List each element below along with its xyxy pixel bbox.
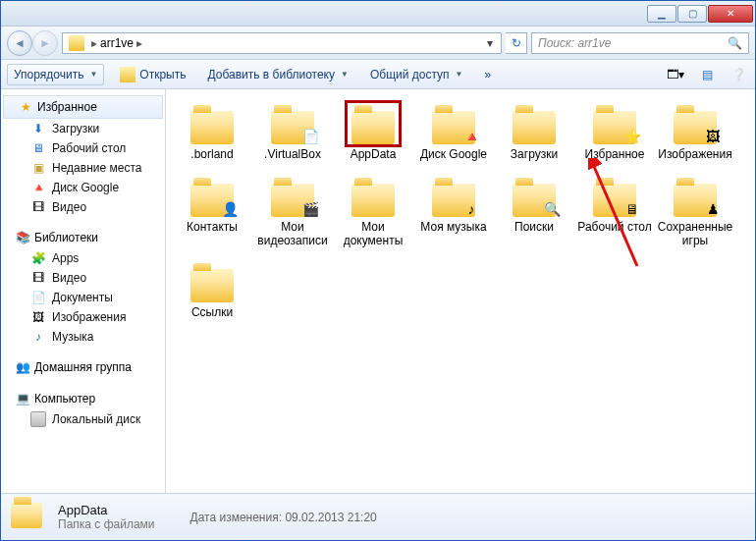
search-icon: 🔍 <box>728 36 742 50</box>
documents-icon: 📄 <box>30 290 46 305</box>
organize-button[interactable]: Упорядочить▼ <box>7 64 104 85</box>
music-icon: ♪ <box>30 329 46 345</box>
folder-label: Загрузки <box>511 148 558 162</box>
burn-button[interactable]: » <box>478 65 497 84</box>
sidebar-computer-header[interactable]: 💻 Компьютер <box>1 388 165 409</box>
folder-item[interactable]: 🎬Мои видеозаписи <box>252 172 333 252</box>
folder-item[interactable]: 📄.VirtualBox <box>252 99 333 166</box>
sidebar-item-lib-video[interactable]: 🎞Видео <box>1 268 165 288</box>
folder-label: Контакты <box>187 221 238 235</box>
image-icon: 🖼 <box>703 127 723 146</box>
search-icon: 🔍 <box>542 199 562 219</box>
sidebar-item-label: Apps <box>52 251 79 265</box>
addlib-label: Добавить в библиотеку <box>207 68 335 81</box>
folder-item[interactable]: ⭐Избранное <box>574 99 655 166</box>
folder-item[interactable]: 🔍Поиски <box>494 172 574 252</box>
help-button[interactable]: ❔ <box>728 64 749 85</box>
close-button[interactable]: ✕ <box>708 5 753 23</box>
sidebar-libraries-header[interactable]: 📚 Библиотеки <box>1 227 165 248</box>
folder-item[interactable]: Мои документы <box>333 172 413 252</box>
folder-item[interactable]: Ссылки <box>172 257 252 324</box>
contact-icon: 👤 <box>220 199 240 219</box>
address-dropdown[interactable]: ▾ <box>481 36 499 50</box>
folder-label: Диск Google <box>420 148 487 162</box>
titlebar: ▁ ▢ ✕ <box>1 1 755 27</box>
sidebar-item-label: Диск Google <box>52 181 119 194</box>
video-icon: 🎞 <box>30 270 46 286</box>
folder-item[interactable]: ♪Моя музыка <box>413 172 494 252</box>
sidebar-group-label: Компьютер <box>34 392 95 406</box>
computer-icon: 💻 <box>15 391 30 406</box>
search-input[interactable]: Поиск: arr1ve 🔍 <box>531 32 749 54</box>
open-icon <box>120 67 135 82</box>
sidebar-item-desktop[interactable]: 🖥Рабочий стол <box>1 138 165 158</box>
sidebar-homegroup-header[interactable]: 👥 Домашняя группа <box>1 356 165 378</box>
folder-item[interactable]: 🔺Диск Google <box>413 99 494 166</box>
drive-icon <box>30 411 46 427</box>
back-button[interactable]: ◄ <box>7 30 32 56</box>
sidebar-item-video[interactable]: 🎞Видео <box>1 197 165 217</box>
sidebar-item-music[interactable]: ♪Музыка <box>1 327 165 347</box>
folder-item[interactable]: AppData <box>333 99 413 166</box>
folder-item[interactable]: 👤Контакты <box>172 172 252 252</box>
desk-icon: 🖥 <box>622 199 642 219</box>
sidebar-item-images[interactable]: 🖼Изображения <box>1 307 165 327</box>
content-area: ★ Избранное ⬇Загрузки 🖥Рабочий стол ▣Нед… <box>1 89 755 493</box>
folder-item[interactable]: Загрузки <box>494 99 574 166</box>
breadcrumb-segment[interactable]: arr1ve <box>100 36 134 50</box>
address-bar[interactable]: ▸ arr1ve ▸ ▾ <box>62 32 502 54</box>
star-icon: ⭐ <box>622 127 642 146</box>
folder-item[interactable]: 🖥Рабочий стол <box>574 172 655 252</box>
folder-label: Избранное <box>585 148 645 162</box>
preview-pane-button[interactable]: ▤ <box>696 64 718 85</box>
share-label: Общий доступ <box>370 68 450 81</box>
sidebar-item-localdisk[interactable]: Локальный диск <box>1 409 165 429</box>
folder-label: AppData <box>351 148 397 162</box>
add-to-library-button[interactable]: Добавить в библиотеку▼ <box>201 65 353 84</box>
folder-label: Мои видеозаписи <box>254 221 331 248</box>
folder-label: Сохраненные игры <box>657 221 733 248</box>
video-icon: 🎞 <box>30 199 46 215</box>
sidebar-item-apps[interactable]: 🧩Apps <box>1 248 165 268</box>
share-button[interactable]: Общий доступ▼ <box>364 65 469 84</box>
sidebar-favorites-header[interactable]: ★ Избранное <box>3 95 163 119</box>
details-pane: AppData Папка с файлами Дата изменения: … <box>1 493 755 540</box>
sidebar-item-googledrive[interactable]: 🔺Диск Google <box>1 178 165 197</box>
gdrive-icon: 🔺 <box>461 127 481 146</box>
maximize-button[interactable]: ▢ <box>677 5 707 23</box>
view-options-button[interactable]: 🗔▾ <box>665 64 686 85</box>
sidebar: ★ Избранное ⬇Загрузки 🖥Рабочий стол ▣Нед… <box>1 89 166 493</box>
forward-button[interactable]: ► <box>32 30 58 56</box>
details-name: AppData <box>58 503 155 517</box>
folder-item[interactable]: 🖼Изображения <box>655 99 735 166</box>
homegroup-icon: 👥 <box>15 359 30 375</box>
sidebar-group-label: Домашняя группа <box>34 360 132 374</box>
file-list-pane[interactable]: .borland📄.VirtualBoxAppData🔺Диск GoogleЗ… <box>166 89 755 493</box>
googledrive-icon: 🔺 <box>30 180 46 195</box>
folder-label: .borland <box>190 148 233 162</box>
open-label: Открыть <box>139 68 186 81</box>
desktop-icon: 🖥 <box>30 140 46 156</box>
folder-item[interactable]: .borland <box>172 99 252 166</box>
sidebar-item-label: Загрузки <box>52 122 99 135</box>
organize-label: Упорядочить <box>14 68 83 81</box>
details-type: Папка с файлами <box>58 517 155 531</box>
explorer-window: ▁ ▢ ✕ ◄ ► ▸ arr1ve ▸ ▾ ↻ Поиск: arr1ve 🔍… <box>0 0 756 541</box>
download-icon: ⬇ <box>30 121 46 136</box>
sidebar-item-label: Документы <box>52 291 113 304</box>
open-button[interactable]: Открыть <box>114 64 191 85</box>
sidebar-item-recent[interactable]: ▣Недавние места <box>1 158 165 178</box>
sidebar-item-documents[interactable]: 📄Документы <box>1 288 165 307</box>
refresh-button[interactable]: ↻ <box>506 32 527 54</box>
minimize-button[interactable]: ▁ <box>647 5 676 23</box>
sidebar-item-downloads[interactable]: ⬇Загрузки <box>1 119 165 138</box>
sidebar-group-label: Библиотеки <box>34 231 98 244</box>
details-mod-value: 09.02.2013 21:20 <box>285 511 376 524</box>
toolbar: Упорядочить▼ Открыть Добавить в библиоте… <box>1 60 755 89</box>
library-icon: 📚 <box>15 230 30 245</box>
folder-item[interactable]: ♟Сохраненные игры <box>655 172 735 252</box>
details-modified: Дата изменения: 09.02.2013 21:20 <box>190 511 377 524</box>
details-thumb <box>11 503 46 532</box>
search-placeholder: Поиск: arr1ve <box>538 36 611 50</box>
game-icon: ♟ <box>703 199 723 219</box>
